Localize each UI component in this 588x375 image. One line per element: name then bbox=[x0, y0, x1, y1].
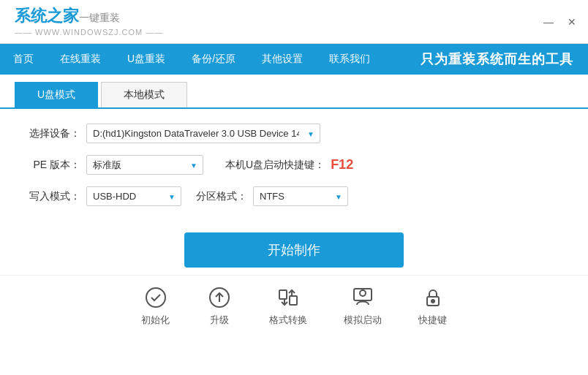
check-circle-icon bbox=[143, 284, 169, 311]
tab-local-mode[interactable]: 本地模式 bbox=[101, 82, 187, 107]
write-label: 写入模式： bbox=[29, 190, 80, 203]
device-select[interactable]: D:(hd1)Kingston DataTraveler 3.0 USB Dev… bbox=[86, 124, 320, 143]
start-button[interactable]: 开始制作 bbox=[184, 232, 404, 268]
nav-other-settings[interactable]: 其他设置 bbox=[249, 44, 316, 75]
write-row: 写入模式： USB-HDD 分区格式： NTFS bbox=[29, 186, 559, 206]
partition-select-wrapper: NTFS bbox=[253, 186, 348, 206]
tool-shortcut-keys[interactable]: 快捷键 bbox=[418, 284, 447, 327]
tab-usb-mode[interactable]: U盘模式 bbox=[15, 82, 98, 107]
svg-rect-4 bbox=[290, 296, 297, 305]
pe-select[interactable]: 标准版 bbox=[86, 155, 203, 175]
svg-point-0 bbox=[146, 288, 165, 307]
nav-online-reinstall[interactable]: 在线重装 bbox=[47, 44, 114, 75]
main-content: U盘模式 本地模式 选择设备： D:(hd1)Kingston DataTrav… bbox=[0, 75, 588, 375]
partition-select[interactable]: NTFS bbox=[253, 186, 348, 206]
app-subtitle: 一键重装 bbox=[79, 12, 120, 23]
tool-shortcut-keys-label: 快捷键 bbox=[418, 314, 447, 327]
write-select-wrapper: USB-HDD bbox=[86, 186, 181, 206]
svg-point-7 bbox=[360, 290, 366, 296]
lock-key-icon bbox=[420, 284, 446, 311]
svg-point-10 bbox=[431, 300, 434, 303]
tool-initialize[interactable]: 初始化 bbox=[141, 284, 170, 327]
minimize-button[interactable]: — bbox=[540, 13, 557, 31]
shortcut-label: 本机U盘启动快捷键： bbox=[225, 159, 325, 172]
tab-bar: U盘模式 本地模式 bbox=[0, 75, 588, 109]
tool-format-convert-label: 格式转换 bbox=[269, 314, 307, 327]
form-area: 选择设备： D:(hd1)Kingston DataTraveler 3.0 U… bbox=[0, 109, 588, 225]
tool-upgrade-label: 升级 bbox=[210, 314, 229, 327]
tool-format-convert[interactable]: 格式转换 bbox=[269, 284, 307, 327]
nav-home[interactable]: 首页 bbox=[0, 44, 47, 75]
app-name: 系统之家 bbox=[15, 7, 79, 25]
shortcut-key: F12 bbox=[331, 157, 353, 173]
device-row: 选择设备： D:(hd1)Kingston DataTraveler 3.0 U… bbox=[29, 124, 559, 143]
device-select-wrapper: D:(hd1)Kingston DataTraveler 3.0 USB Dev… bbox=[86, 124, 320, 143]
tool-upgrade[interactable]: 升级 bbox=[206, 284, 233, 327]
app-logo: 系统之家一键重装 —— WWW.WINDOWSZJ.COM —— bbox=[15, 7, 163, 36]
nav-items: 首页 在线重装 U盘重装 备份/还原 其他设置 联系我们 bbox=[0, 44, 383, 75]
tool-simulate-boot-label: 模拟启动 bbox=[344, 314, 382, 327]
nav-contact-us[interactable]: 联系我们 bbox=[316, 44, 383, 75]
tool-simulate-boot[interactable]: 模拟启动 bbox=[344, 284, 382, 327]
nav-backup-restore[interactable]: 备份/还原 bbox=[178, 44, 249, 75]
svg-rect-3 bbox=[279, 290, 287, 299]
bottom-tools: 初始化 升级 bbox=[0, 275, 588, 327]
pe-select-wrapper: 标准版 bbox=[86, 155, 203, 175]
close-button[interactable]: ✕ bbox=[563, 13, 581, 31]
format-convert-icon bbox=[275, 284, 301, 311]
nav-bar: 首页 在线重装 U盘重装 备份/还原 其他设置 联系我们 只为重装系统而生的工具 bbox=[0, 44, 588, 75]
person-screen-icon bbox=[350, 284, 376, 311]
window-controls: — ✕ bbox=[540, 13, 581, 31]
partition-label: 分区格式： bbox=[196, 190, 247, 203]
pe-row: PE 版本： 标准版 本机U盘启动快捷键： F12 bbox=[29, 155, 559, 175]
device-label: 选择设备： bbox=[29, 127, 80, 140]
title-bar: 系统之家一键重装 —— WWW.WINDOWSZJ.COM —— — ✕ bbox=[0, 0, 588, 44]
app-title: 系统之家一键重装 bbox=[15, 7, 163, 26]
nav-slogan: 只为重装系统而生的工具 bbox=[421, 50, 588, 68]
nav-usb-reinstall[interactable]: U盘重装 bbox=[114, 44, 178, 75]
tool-initialize-label: 初始化 bbox=[141, 314, 170, 327]
upload-arrow-icon bbox=[206, 284, 233, 311]
write-select[interactable]: USB-HDD bbox=[86, 186, 181, 206]
app-url: —— WWW.WINDOWSZJ.COM —— bbox=[15, 28, 163, 37]
pe-label: PE 版本： bbox=[29, 159, 80, 172]
